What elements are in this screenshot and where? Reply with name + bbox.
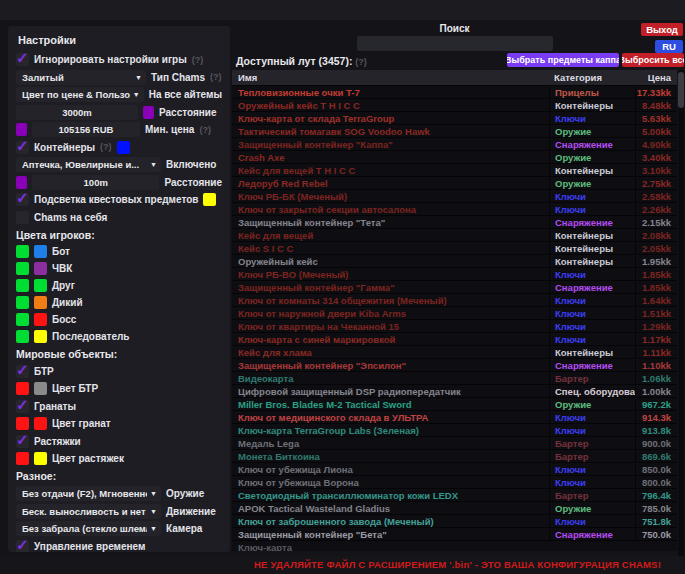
quest-color-swatch[interactable]	[203, 193, 216, 206]
table-row[interactable]: Кейс для вещей T H I C C Контейнеры 3.10…	[232, 163, 677, 176]
grenade-color-swatch-1[interactable]	[16, 417, 29, 430]
help-icon[interactable]: (?)	[192, 55, 204, 65]
table-row[interactable]: Тактический томагавк SOG Voodoo Hawk Ору…	[232, 124, 677, 137]
containers-checkbox[interactable]: ✓	[16, 141, 29, 154]
table-row[interactable]: Оружейный кейс T H I C C Контейнеры 8.48…	[232, 98, 677, 111]
item-category: Контейнеры	[549, 243, 635, 254]
table-row[interactable]: Защищенный контейнер "Бета" Снаряжение 7…	[232, 527, 677, 540]
help-icon[interactable]: (?)	[355, 57, 367, 67]
min-price-color-swatch[interactable]	[16, 123, 27, 136]
player-color-swatch-2[interactable]	[34, 262, 47, 275]
player-color-swatch-1[interactable]	[16, 262, 29, 275]
table-row[interactable]: Ключ от квартиры на Чеканной 15 Ключи 1.…	[232, 319, 677, 332]
column-header-price[interactable]: Цена	[635, 72, 677, 83]
player-color-swatch-2[interactable]	[34, 245, 47, 258]
loot-title: Доступный лут (3457): (?)	[236, 55, 367, 67]
distance-color-swatch[interactable]	[143, 106, 154, 119]
table-row[interactable]: Медаль Lega Бартер 900.0k	[232, 436, 677, 449]
item-name: Оружейный кейс T H I C C	[232, 100, 549, 111]
player-color-swatch-1[interactable]	[16, 245, 29, 258]
btr-checkbox[interactable]: ✓	[16, 365, 29, 378]
quest-highlight-checkbox[interactable]: ✓	[16, 193, 29, 206]
column-header-name[interactable]: Имя	[232, 72, 549, 83]
btr-color-swatch-1[interactable]	[16, 382, 29, 395]
player-color-swatch-1[interactable]	[16, 313, 29, 326]
language-button[interactable]: RU	[655, 40, 683, 53]
camera-select[interactable]: Без забрала (стекло шлема) ▼	[16, 521, 161, 536]
table-row[interactable]: Кейс для хлама Контейнеры 1.11kk	[232, 345, 677, 358]
table-row[interactable]: Ключ-карта с синей маркировкой Ключи 1.1…	[232, 332, 677, 345]
player-color-swatch-1[interactable]	[16, 296, 29, 309]
table-row[interactable]: Видеокарта Бартер 1.06kk	[232, 371, 677, 384]
table-row[interactable]: Защищенный контейнер "Каппа" Снаряжение …	[232, 137, 677, 150]
help-icon[interactable]: (?)	[100, 142, 112, 152]
table-row[interactable]: Ключ РБ-ВО (Меченый) Ключи 1.85kk	[232, 267, 677, 280]
time-control-checkbox[interactable]: ✓	[16, 540, 29, 553]
table-row[interactable]: Ключ от убежища Ворона Ключи 800.0k	[232, 475, 677, 488]
table-row[interactable]: Кейс S I C C Контейнеры 2.05kk	[232, 241, 677, 254]
setting-quest-highlight: ✓ Подсветка квестовых предметов	[16, 192, 222, 207]
table-row[interactable]: Монета Биткоина Бартер 869.6k	[232, 449, 677, 462]
table-row[interactable]: Ключ от убежища Лиона Ключи 850.0k	[232, 462, 677, 475]
table-row[interactable]: Ключ-карта	[232, 540, 677, 551]
exit-button[interactable]: Выход	[641, 23, 683, 36]
table-row[interactable]: APOK Tactical Wasteland Gladius Оружие 7…	[232, 501, 677, 514]
help-icon[interactable]: (?)	[210, 72, 222, 82]
min-price-input[interactable]: 105156 RUB	[32, 122, 140, 137]
table-row[interactable]: Защищенный контейнер "Эпсилон" Снаряжени…	[232, 358, 677, 371]
table-row[interactable]: Кейс для вещей Контейнеры 2.08kk	[232, 228, 677, 241]
table-row[interactable]: Тепловизионные очки T-7 Прицелы 17.33kk	[232, 85, 677, 98]
setting-tripwires: ✓ Растяжки	[16, 434, 222, 449]
player-color-swatch-2[interactable]	[34, 313, 47, 326]
tripwire-color-swatch-2[interactable]	[34, 452, 47, 465]
table-row[interactable]: Crash Axe Оружие 3.40kk	[232, 150, 677, 163]
table-row[interactable]: Ключ от заброшенного завода (Меченый) Кл…	[232, 514, 677, 527]
table-row[interactable]: Ключ-карта от склада TerraGroup Ключи 5.…	[232, 111, 677, 124]
movement-select[interactable]: Беск. выносливость и нет уста ▼	[16, 504, 161, 519]
table-row[interactable]: Оружейный кейс Контейнеры 1.95kk	[232, 254, 677, 267]
chams-type-select[interactable]: Залитый ▼	[16, 70, 146, 85]
table-row[interactable]: Цифровой защищенный DSP радиопередатчик …	[232, 384, 677, 397]
table-row[interactable]: Ледоруб Red Rebel Оружие 2.75kk	[232, 176, 677, 189]
table-row[interactable]: Ключ РБ-БК (Меченый) Ключи 2.58kk	[232, 189, 677, 202]
table-row[interactable]: Ключ от медицинского склада в УЛЬТРА Клю…	[232, 410, 677, 423]
grenades-checkbox[interactable]: ✓	[16, 400, 29, 413]
table-row[interactable]: Защищенный контейнер "Тета" Снаряжение 2…	[232, 215, 677, 228]
player-color-swatch-2[interactable]	[34, 296, 47, 309]
table-row[interactable]: Защищенный контейнер "Гамма" Снаряжение …	[232, 280, 677, 293]
tripwire-color-swatch-1[interactable]	[16, 452, 29, 465]
table-scrollbar[interactable]	[678, 70, 684, 556]
player-color-swatch-2[interactable]	[34, 330, 47, 343]
help-icon[interactable]: (?)	[199, 125, 211, 135]
chams-self-checkbox[interactable]	[16, 211, 29, 224]
table-row[interactable]: Ключ-карта TerraGroup Labs (Зеленая) Клю…	[232, 423, 677, 436]
table-row[interactable]: Ключ от закрытой секции автосалона Ключи…	[232, 202, 677, 215]
containers-color-swatch[interactable]	[117, 141, 130, 154]
table-row[interactable]: Светодиодный трансиллюминатор кожи LEDX …	[232, 488, 677, 501]
setting-label: Оружие	[166, 488, 204, 499]
column-header-category[interactable]: Категория	[549, 72, 635, 83]
table-row[interactable]: Miller Bros. Blades M-2 Tactical Sword О…	[232, 397, 677, 410]
categories-select[interactable]: Аптечка, Ювелирные и... ▼	[16, 157, 161, 172]
color-mode-select[interactable]: Цвет по цене & Пользователь ▼	[16, 87, 144, 102]
loot-distance-color-swatch[interactable]	[16, 176, 27, 189]
drop-all-button[interactable]: Выбросить все	[622, 53, 684, 67]
scrollbar-thumb[interactable]	[678, 72, 684, 108]
distance-input[interactable]: 3000m	[16, 105, 138, 120]
ignore-game-checkbox[interactable]: ✓	[16, 53, 29, 66]
table-row[interactable]: Ключ от наружной двери Kiba Arms Ключи 1…	[232, 306, 677, 319]
select-kappa-items-button[interactable]: Выбрать предметы каппа	[507, 53, 619, 67]
player-color-swatch-1[interactable]	[16, 330, 29, 343]
setting-label: Мин. цена	[145, 124, 194, 135]
search-input[interactable]	[357, 36, 553, 51]
weapon-select[interactable]: Без отдачи (F2), Мгновенное п ▼	[16, 486, 161, 501]
tripwires-checkbox[interactable]: ✓	[16, 435, 29, 448]
btr-color-swatch-2[interactable]	[34, 382, 47, 395]
player-color-swatch-1[interactable]	[16, 279, 29, 292]
player-color-swatch-2[interactable]	[34, 279, 47, 292]
loot-distance-input[interactable]: 100m	[32, 175, 159, 190]
grenade-color-swatch-2[interactable]	[34, 417, 47, 430]
item-price: 2.26kk	[635, 204, 677, 215]
table-row[interactable]: Ключ от комнаты 314 общежития (Меченый) …	[232, 293, 677, 306]
item-name: Монета Биткоина	[232, 451, 549, 462]
